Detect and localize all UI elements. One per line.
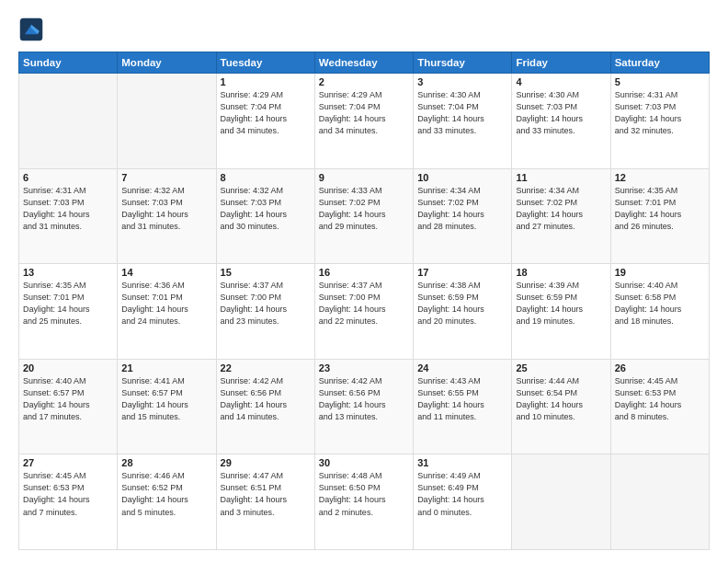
cell-line: Sunset: 6:56 PM (221, 387, 311, 399)
calendar-cell: 4Sunrise: 4:30 AMSunset: 7:03 PMDaylight… (512, 74, 610, 169)
cell-line: and 24 minutes. (121, 316, 211, 327)
calendar-cell: 1Sunrise: 4:29 AMSunset: 7:04 PMDaylight… (216, 74, 314, 169)
day-number: 18 (516, 267, 606, 278)
cell-line: Sunset: 7:04 PM (319, 101, 409, 113)
cell-line: Sunset: 7:03 PM (615, 101, 705, 113)
cell-line: Sunset: 6:50 PM (319, 482, 409, 494)
cell-line: Daylight: 14 hours (417, 494, 507, 506)
cell-line: and 8 minutes. (615, 411, 705, 423)
cell-line: Sunset: 7:03 PM (516, 101, 606, 113)
calendar-cell: 2Sunrise: 4:29 AMSunset: 7:04 PMDaylight… (314, 74, 413, 169)
cell-line: Sunrise: 4:33 AM (319, 185, 409, 197)
calendar-cell: 12Sunrise: 4:35 AMSunset: 7:01 PMDayligh… (610, 168, 709, 264)
calendar-row: 1Sunrise: 4:29 AMSunset: 7:04 PMDaylight… (19, 74, 710, 169)
day-number: 1 (221, 76, 311, 87)
cell-line: Daylight: 14 hours (121, 399, 211, 411)
cell-line: and 32 minutes. (615, 125, 705, 137)
day-number: 11 (516, 172, 606, 183)
day-number: 27 (23, 457, 113, 468)
cell-line: Daylight: 14 hours (516, 304, 606, 316)
day-number: 13 (23, 267, 113, 278)
cell-line: Sunrise: 4:41 AM (121, 375, 211, 387)
day-number: 24 (417, 362, 507, 373)
calendar-cell: 28Sunrise: 4:46 AMSunset: 6:52 PMDayligh… (118, 454, 216, 550)
calendar-cell: 16Sunrise: 4:37 AMSunset: 7:00 PMDayligh… (314, 264, 413, 360)
cell-line: and 0 minutes. (417, 507, 507, 519)
calendar-cell: 22Sunrise: 4:42 AMSunset: 6:56 PMDayligh… (216, 359, 314, 454)
day-number: 20 (23, 362, 113, 373)
cell-line: Daylight: 14 hours (23, 209, 113, 221)
cell-line: Sunset: 6:53 PM (615, 387, 705, 399)
cell-line: Daylight: 14 hours (221, 209, 311, 221)
calendar-cell: 3Sunrise: 4:30 AMSunset: 7:04 PMDaylight… (414, 74, 512, 169)
cell-line: Sunset: 6:57 PM (121, 387, 211, 399)
weekday-header: Tuesday (216, 52, 314, 74)
cell-line: and 29 minutes. (319, 221, 409, 233)
day-number: 29 (221, 457, 311, 468)
cell-line: Sunset: 7:01 PM (121, 292, 211, 304)
cell-line: Daylight: 14 hours (516, 399, 606, 411)
cell-line: Sunrise: 4:45 AM (23, 470, 113, 482)
day-number: 21 (121, 362, 211, 373)
cell-line: Sunrise: 4:43 AM (417, 375, 507, 387)
calendar-cell: 10Sunrise: 4:34 AMSunset: 7:02 PMDayligh… (414, 168, 512, 264)
day-number: 15 (221, 267, 311, 278)
day-number: 26 (615, 362, 705, 373)
cell-line: Sunset: 7:04 PM (417, 101, 507, 113)
cell-line: Sunset: 7:04 PM (221, 101, 311, 113)
cell-line: Sunrise: 4:37 AM (221, 280, 311, 292)
cell-line: Daylight: 14 hours (615, 209, 705, 221)
cell-line: and 25 minutes. (23, 316, 113, 327)
cell-line: and 20 minutes. (417, 316, 507, 327)
calendar-cell: 30Sunrise: 4:48 AMSunset: 6:50 PMDayligh… (314, 454, 413, 550)
cell-line: Sunset: 6:53 PM (23, 482, 113, 494)
cell-line: and 31 minutes. (121, 221, 211, 233)
weekday-header: Sunday (19, 52, 118, 74)
cell-line: Sunset: 7:00 PM (319, 292, 409, 304)
cell-line: Sunrise: 4:31 AM (23, 185, 113, 197)
calendar-cell: 7Sunrise: 4:32 AMSunset: 7:03 PMDaylight… (118, 168, 216, 264)
day-number: 19 (615, 267, 705, 278)
cell-line: Sunset: 7:01 PM (23, 292, 113, 304)
calendar-cell: 18Sunrise: 4:39 AMSunset: 6:59 PMDayligh… (512, 264, 610, 360)
cell-line: Daylight: 14 hours (23, 304, 113, 316)
cell-line: Sunrise: 4:45 AM (615, 375, 705, 387)
calendar-cell: 24Sunrise: 4:43 AMSunset: 6:55 PMDayligh… (414, 359, 512, 454)
cell-line: Daylight: 14 hours (516, 209, 606, 221)
day-number: 17 (417, 267, 507, 278)
cell-line: and 23 minutes. (221, 316, 311, 327)
cell-line: and 22 minutes. (319, 316, 409, 327)
weekday-header: Saturday (610, 52, 709, 74)
cell-line: Sunrise: 4:32 AM (121, 185, 211, 197)
cell-line: Daylight: 14 hours (319, 209, 409, 221)
cell-line: Sunrise: 4:31 AM (615, 89, 705, 101)
calendar-cell (118, 74, 216, 169)
cell-line: Sunrise: 4:38 AM (417, 280, 507, 292)
cell-line: Sunrise: 4:42 AM (319, 375, 409, 387)
cell-line: and 7 minutes. (23, 507, 113, 519)
cell-line: Daylight: 14 hours (221, 113, 311, 125)
cell-line: Sunrise: 4:34 AM (516, 185, 606, 197)
cell-line: Daylight: 14 hours (121, 494, 211, 506)
cell-line: and 14 minutes. (221, 411, 311, 423)
calendar-cell: 14Sunrise: 4:36 AMSunset: 7:01 PMDayligh… (118, 264, 216, 360)
cell-line: Daylight: 14 hours (417, 304, 507, 316)
day-number: 28 (121, 457, 211, 468)
page: SundayMondayTuesdayWednesdayThursdayFrid… (0, 0, 728, 563)
day-number: 2 (319, 76, 409, 87)
cell-line: Sunset: 6:59 PM (417, 292, 507, 304)
cell-line: Sunrise: 4:30 AM (417, 89, 507, 101)
day-number: 4 (516, 76, 606, 87)
calendar-header-row: SundayMondayTuesdayWednesdayThursdayFrid… (19, 52, 710, 74)
calendar-cell (610, 454, 709, 550)
calendar-cell: 23Sunrise: 4:42 AMSunset: 6:56 PMDayligh… (314, 359, 413, 454)
calendar-cell: 15Sunrise: 4:37 AMSunset: 7:00 PMDayligh… (216, 264, 314, 360)
header (18, 17, 710, 42)
calendar-row: 6Sunrise: 4:31 AMSunset: 7:03 PMDaylight… (19, 168, 710, 264)
calendar: SundayMondayTuesdayWednesdayThursdayFrid… (18, 52, 710, 550)
calendar-cell: 13Sunrise: 4:35 AMSunset: 7:01 PMDayligh… (19, 264, 118, 360)
calendar-row: 13Sunrise: 4:35 AMSunset: 7:01 PMDayligh… (19, 264, 710, 360)
calendar-cell: 27Sunrise: 4:45 AMSunset: 6:53 PMDayligh… (19, 454, 118, 550)
cell-line: and 33 minutes. (417, 125, 507, 137)
cell-line: Sunrise: 4:35 AM (615, 185, 705, 197)
